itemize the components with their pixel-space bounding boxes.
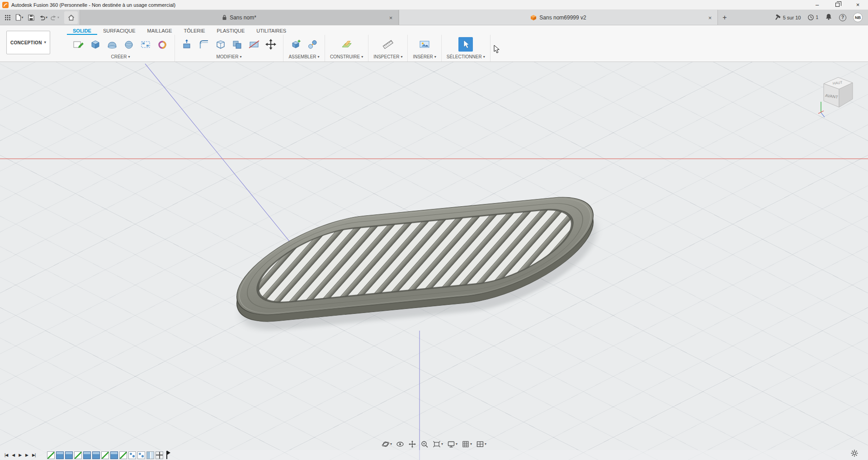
pan-button[interactable] [408, 440, 416, 448]
timeline-feature-extrude-icon[interactable] [56, 451, 64, 459]
workspace-selector-button[interactable]: CONCEPTION ▾ [6, 31, 50, 54]
move-copy-button[interactable] [264, 37, 278, 52]
timeline-feature-sketch-icon[interactable] [101, 451, 109, 459]
timeline-feature-sketch-icon[interactable] [119, 451, 127, 459]
orbit-button[interactable]: ▾ [382, 440, 392, 448]
group-creer-icons [71, 35, 170, 54]
timeline-feature-extrude-icon[interactable] [83, 451, 91, 459]
orbit-icon [382, 440, 390, 448]
undo-icon [38, 14, 46, 21]
timeline-feature-move-icon[interactable] [156, 451, 163, 459]
maximize-button[interactable] [827, 0, 848, 9]
tab-close-button[interactable]: × [707, 14, 713, 21]
new-component-button[interactable] [288, 37, 303, 52]
rectangular-pattern-button[interactable] [138, 37, 153, 52]
timeline-go-to-end-button[interactable]: ▶| [32, 453, 35, 457]
joint-button[interactable] [305, 37, 320, 52]
construction-plane-button[interactable] [340, 37, 354, 52]
timeline-step-forward-button[interactable]: ▶ [25, 453, 28, 457]
shell-button[interactable] [213, 37, 228, 52]
fit-icon [433, 440, 441, 448]
grid-settings-button[interactable]: ▾ [462, 440, 472, 448]
tab-tolerie[interactable]: TÔLERIE [178, 27, 211, 35]
timeline-feature-mirror-icon[interactable] [146, 451, 154, 459]
save-button[interactable] [25, 11, 37, 24]
shell-icon [215, 38, 226, 50]
viewports-button[interactable]: ▾ [476, 440, 486, 448]
group-assembler-dropdown[interactable]: ASSEMBLER ▾ [288, 54, 319, 62]
fillet-button[interactable] [197, 37, 211, 52]
group-modifier-dropdown[interactable]: MODIFIER ▾ [217, 54, 242, 62]
select-button[interactable] [458, 37, 473, 52]
group-creer-dropdown[interactable]: CRÉER ▾ [111, 54, 130, 62]
document-tab-sans-nom[interactable]: Sans nom* × [80, 10, 399, 25]
press-pull-button[interactable] [180, 37, 194, 52]
group-inserer-icons [417, 35, 432, 54]
tab-solide[interactable]: SOLIDE [67, 27, 97, 35]
timeline-feature-extrude-icon[interactable] [65, 451, 73, 459]
home-button[interactable] [64, 11, 78, 24]
create-revolve-button[interactable] [105, 37, 119, 52]
group-inspecter-dropdown[interactable]: INSPECTER ▾ [373, 54, 402, 62]
tab-strip-right-cluster: 5 sur 10 1 ? NB [769, 10, 868, 25]
notification-center-button[interactable]: 1 [807, 14, 818, 21]
close-button[interactable]: × [848, 0, 868, 9]
redo-button[interactable]: ▾ [49, 11, 61, 24]
zoom-button[interactable] [420, 440, 429, 448]
view-cube[interactable]: HAUT AVANT [817, 70, 859, 121]
insert-image-button[interactable] [417, 37, 432, 52]
combine-button[interactable] [230, 37, 245, 52]
user-avatar[interactable]: NB [853, 13, 863, 22]
document-cube-icon [530, 14, 537, 21]
undo-button[interactable]: ▾ [37, 11, 49, 24]
timeline-feature-pattern-icon[interactable] [128, 451, 136, 459]
group-inserer-d ropdown[interactable]: INSÉRER ▾ [413, 54, 436, 62]
restore-icon [835, 3, 840, 7]
redo-icon [50, 14, 57, 21]
help-button[interactable]: ? [839, 14, 846, 21]
timeline-play-button[interactable]: ▶ [19, 453, 21, 457]
new-document-tab-button[interactable]: + [718, 10, 731, 25]
timeline-step-back-button[interactable]: ◀ [12, 453, 14, 457]
revolve-icon [106, 38, 118, 50]
create-sphere-button[interactable] [122, 37, 136, 52]
preferences-gear-button[interactable] [851, 450, 858, 459]
tab-surfacique[interactable]: SURFACIQUE [97, 27, 142, 35]
create-box-button[interactable] [88, 37, 103, 52]
timeline-feature-extrude-icon[interactable] [110, 451, 118, 459]
timeline-feature-sketch-icon[interactable] [74, 451, 82, 459]
create-sketch-button[interactable] [71, 37, 86, 52]
timeline-position-marker[interactable] [166, 451, 167, 459]
fit-button[interactable]: ▾ [433, 440, 443, 448]
z-axis-blue-line [145, 64, 316, 275]
joint-icon [307, 38, 318, 50]
notifications-bell-button[interactable] [825, 13, 832, 22]
chevron-down-icon: ▾ [456, 442, 458, 446]
group-selectionner-dropdown[interactable]: SÉLECTIONNER ▾ [447, 54, 485, 62]
viewport-canvas[interactable]: HAUT AVANT ▾ [0, 62, 868, 460]
timeline-feature-sketch-icon[interactable] [47, 451, 55, 459]
job-status-button[interactable]: 5 sur 10 [774, 14, 801, 21]
timeline-go-to-start-button[interactable]: |◀ [5, 453, 8, 457]
workspace-selector-label: CONCEPTION [10, 40, 42, 45]
look-at-button[interactable] [396, 440, 404, 448]
tab-plastique[interactable]: PLASTIQUE [211, 27, 251, 35]
app-grid-menu-button[interactable] [2, 11, 14, 24]
split-body-icon [248, 38, 260, 50]
display-settings-button[interactable]: ▾ [447, 440, 458, 448]
coil-icon [156, 38, 168, 50]
create-coil-button[interactable] [155, 37, 170, 52]
tab-maillage[interactable]: MAILLAGE [141, 27, 178, 35]
tab-utilitaires[interactable]: UTILITAIRES [250, 27, 292, 35]
split-body-button[interactable] [247, 37, 261, 52]
group-construire-dropdown[interactable]: CONSTRUIRE ▾ [330, 54, 363, 62]
tab-close-button[interactable]: × [387, 14, 394, 21]
timeline-feature-extrude-icon[interactable] [92, 451, 100, 459]
measure-button[interactable] [381, 37, 395, 52]
document-tab-sans-nom69999[interactable]: Sans nom69999 v2 × [399, 10, 718, 25]
file-menu-button[interactable]: ▾ [14, 11, 25, 24]
minimize-button[interactable]: – [807, 0, 827, 9]
chevron-down-icon: ▾ [401, 55, 402, 59]
group-modifier: MODIFIER ▾ [175, 35, 283, 62]
timeline-feature-pattern-icon[interactable] [137, 451, 145, 459]
